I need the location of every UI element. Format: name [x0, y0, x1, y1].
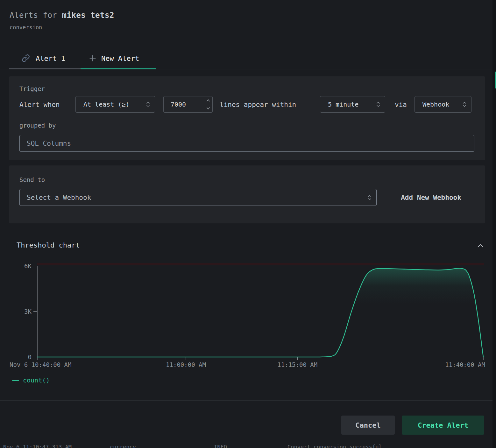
svg-text:3K: 3K [24, 308, 32, 315]
background-log-row: Nov 6 11:10:47.313 AM currency INFO Conv… [0, 444, 496, 448]
webhook-select[interactable]: Select a Webhook [19, 189, 377, 206]
comparator-select[interactable]: At least (≥) [75, 96, 155, 113]
grouped-by-label: grouped by [19, 122, 56, 129]
svg-text:11:40:00 AM: 11:40:00 AM [445, 361, 485, 368]
tab-new-alert[interactable]: New Alert [81, 48, 156, 69]
threshold-chart-title: Threshold chart [17, 241, 80, 249]
page-title-prefix: Alerts for [10, 11, 62, 20]
svg-text:6K: 6K [24, 262, 32, 270]
page-subtitle: conversion [10, 24, 42, 31]
page-behind-modal-strip [492, 0, 496, 448]
svg-text:Nov 6 10:40:00 AM: Nov 6 10:40:00 AM [10, 361, 71, 368]
page-title: Alerts for mikes tets2 [10, 11, 114, 20]
chevron-updown-icon [367, 194, 372, 201]
via-text: via [395, 101, 407, 108]
time-window-select-value: 5 minute [328, 101, 358, 108]
plus-icon [89, 54, 97, 62]
legend-line-swatch [12, 380, 19, 381]
chevron-up-icon [476, 242, 485, 250]
add-new-webhook-button[interactable]: Add New Webhook [396, 189, 466, 206]
time-window-select[interactable]: 5 minute [320, 96, 385, 113]
threshold-input[interactable] [164, 96, 204, 112]
chart-legend: count() [12, 376, 50, 384]
send-to-panel: Send to Select a Webhook Add New Webhook [9, 165, 485, 223]
cancel-button[interactable]: Cancel [341, 416, 395, 435]
chevron-updown-icon [146, 101, 150, 108]
log-timestamp: Nov 6 11:10:47.313 AM [3, 444, 72, 448]
alert-dialog: Alerts for mikes tets2 conversion Alert … [0, 0, 496, 448]
chevron-updown-icon [376, 101, 380, 108]
log-service: currency [110, 444, 136, 448]
svg-text:0: 0 [28, 354, 32, 360]
threshold-chart: 6K3K0Nov 6 10:40:00 AM11:00:00 AM11:15:0… [0, 259, 496, 369]
page-title-source-name: mikes tets2 [62, 11, 114, 20]
channel-select[interactable]: Webhook [415, 96, 471, 113]
webhook-select-value: Select a Webhook [27, 194, 91, 201]
stepper-up-button[interactable] [204, 96, 212, 104]
trigger-panel: Trigger Alert when At least (≥) lines ap [9, 76, 485, 160]
create-alert-button[interactable]: Create Alert [402, 416, 484, 435]
tab-new-alert-active-underline [81, 68, 156, 69]
log-message: Convert conversion successful [287, 444, 382, 448]
collapse-chart-button[interactable] [476, 241, 485, 251]
trigger-section-label: Trigger [19, 85, 45, 92]
channel-select-value: Webhook [422, 101, 449, 108]
footer-separator [0, 400, 496, 401]
alert-when-text: Alert when [19, 101, 60, 108]
legend-series-label: count() [23, 376, 50, 384]
tab-alert-1-underline [9, 68, 81, 69]
link-icon [22, 54, 30, 62]
stepper-down-button[interactable] [204, 104, 212, 112]
lines-appear-text: lines appear within [220, 101, 296, 108]
chevron-updown-icon [462, 101, 467, 108]
svg-text:11:15:00 AM: 11:15:00 AM [277, 361, 317, 368]
tab-alert-1-label: Alert 1 [36, 54, 65, 62]
svg-text:11:00:00 AM: 11:00:00 AM [166, 361, 206, 368]
send-to-label: Send to [19, 176, 45, 183]
threshold-number-input-group [163, 96, 213, 113]
tab-new-alert-label: New Alert [101, 54, 139, 62]
grouped-by-input[interactable] [19, 135, 474, 152]
log-level: INFO [214, 444, 227, 448]
tab-alert-1[interactable]: Alert 1 [9, 48, 81, 69]
threshold-stepper [204, 96, 212, 112]
comparator-select-value: At least (≥) [83, 101, 130, 108]
